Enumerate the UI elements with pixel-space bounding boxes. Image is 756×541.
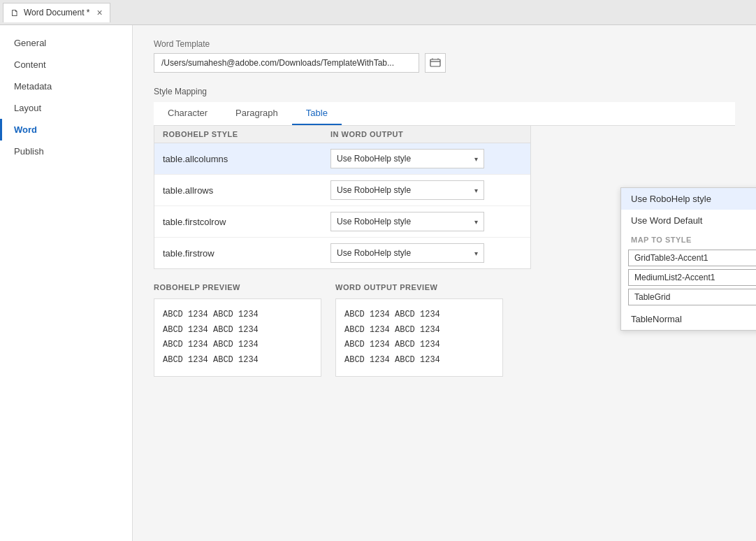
preview-line: ABCD 1234 ABCD 1234: [344, 353, 494, 368]
dropdown-value: Use RoboHelp style: [337, 185, 411, 195]
word-preview-label: WORD OUTPUT PREVIEW: [335, 283, 503, 291]
dropdown-option-tablenormal[interactable]: TableNormal: [621, 308, 756, 330]
preview-line: ABCD 1234 ABCD 1234: [344, 323, 494, 338]
output-dropdown-firstrow[interactable]: Use RoboHelp style ▾: [330, 243, 484, 263]
robohelp-preview-label: ROBOHELP PREVIEW: [154, 283, 321, 291]
preview-line: ABCD 1234 ABCD 1234: [344, 308, 494, 323]
dropdown-option-mediumlist2[interactable]: MediumList2-Accent1: [628, 269, 756, 286]
preview-line: ABCD 1234 ABCD 1234: [163, 338, 312, 353]
word-document-tab[interactable]: 🗋 Word Document * ×: [3, 3, 110, 22]
robohelp-preview-box: ABCD 1234 ABCD 1234 ABCD 1234 ABCD 1234 …: [154, 298, 321, 377]
dropdown-option-gridtable3[interactable]: GridTable3-Accent1: [628, 250, 756, 266]
robohelp-preview-text: ABCD 1234 ABCD 1234 ABCD 1234 ABCD 1234 …: [163, 308, 312, 368]
word-output-preview: WORD OUTPUT PREVIEW ABCD 1234 ABCD 1234 …: [335, 283, 503, 377]
doc-icon: 🗋: [10, 8, 20, 18]
chevron-down-icon: ▾: [474, 250, 478, 257]
table-row: table.firstcolrow Use RoboHelp style ▾: [154, 206, 530, 238]
preview-line: ABCD 1234 ABCD 1234: [163, 308, 312, 323]
dropdown-option-use-robohelp[interactable]: Use RoboHelp style: [621, 188, 756, 210]
tab-paragraph[interactable]: Paragraph: [221, 102, 292, 125]
word-output-cell: Use RoboHelp style ▾: [330, 180, 522, 200]
tab-label: Word Document *: [24, 8, 89, 17]
chevron-down-icon: ▾: [474, 187, 478, 194]
word-output-cell: Use RoboHelp style ▾: [330, 243, 522, 263]
column-header-word-output: IN WORD OUTPUT: [330, 130, 522, 138]
style-mapping-tabs: Character Paragraph Table: [154, 102, 735, 126]
table-row: table.firstrow Use RoboHelp style ▾: [154, 238, 530, 268]
preview-line: ABCD 1234 ABCD 1234: [163, 323, 312, 338]
tab-bar: 🗋 Word Document * ×: [0, 0, 756, 25]
output-dropdown-allcolumns[interactable]: Use RoboHelp style ▾: [330, 149, 484, 168]
table-row: table.allrows Use RoboHelp style ▾: [154, 175, 530, 206]
sidebar-item-layout[interactable]: Layout: [0, 97, 132, 119]
sidebar-item-publish[interactable]: Publish: [0, 140, 132, 162]
output-dropdown-firstcolrow[interactable]: Use RoboHelp style ▾: [330, 212, 484, 231]
tab-table[interactable]: Table: [292, 102, 342, 125]
output-dropdown-allrows[interactable]: Use RoboHelp style ▾: [330, 180, 484, 200]
robohelp-style-cell: table.allcolumns: [163, 154, 330, 164]
tab-character[interactable]: Character: [154, 102, 221, 125]
content-area: Word Template Style Mapping Character Pa…: [133, 25, 756, 541]
dropdown-option-tablegrid[interactable]: TableGrid: [628, 289, 756, 305]
word-preview-text: ABCD 1234 ABCD 1234 ABCD 1234 ABCD 1234 …: [344, 308, 494, 368]
template-row: [154, 53, 735, 73]
word-preview-box: ABCD 1234 ABCD 1234 ABCD 1234 ABCD 1234 …: [335, 298, 503, 377]
dropdown-value: Use RoboHelp style: [337, 248, 411, 258]
preview-line: ABCD 1234 ABCD 1234: [163, 353, 312, 368]
template-section-label: Word Template: [154, 39, 735, 49]
preview-line: ABCD 1234 ABCD 1234: [344, 338, 494, 353]
word-output-cell: Use RoboHelp style ▾: [330, 212, 522, 231]
chevron-down-icon: ▾: [474, 218, 478, 226]
tab-close-button[interactable]: ×: [96, 7, 102, 18]
style-mapping-label: Style Mapping: [154, 87, 735, 96]
column-header-robohelp: ROBOHELP STYLE: [163, 130, 330, 138]
output-dropdown-menu: Use RoboHelp style Use Word Default MAP …: [620, 187, 756, 331]
template-path-input[interactable]: [154, 53, 419, 73]
dropdown-option-use-word-default[interactable]: Use Word Default: [621, 210, 756, 231]
sidebar: General Content Metadata Layout Word Pub…: [0, 25, 133, 541]
mapping-table-header: ROBOHELP STYLE IN WORD OUTPUT: [154, 126, 530, 143]
dropdown-value: Use RoboHelp style: [337, 154, 411, 164]
dropdown-value: Use RoboHelp style: [337, 217, 411, 226]
word-output-cell: Use RoboHelp style ▾: [330, 149, 522, 168]
robohelp-style-cell: table.allrows: [163, 185, 330, 196]
sidebar-item-metadata[interactable]: Metadata: [0, 75, 132, 97]
sidebar-item-content[interactable]: Content: [0, 54, 132, 75]
table-row: table.allcolumns Use RoboHelp style ▾: [154, 143, 530, 175]
robohelp-preview: ROBOHELP PREVIEW ABCD 1234 ABCD 1234 ABC…: [154, 283, 321, 377]
robohelp-style-cell: table.firstcolrow: [163, 217, 330, 227]
sidebar-item-word[interactable]: Word: [0, 119, 132, 140]
chevron-down-icon: ▾: [474, 155, 478, 163]
svg-rect-0: [430, 59, 440, 66]
browse-icon: [430, 57, 441, 68]
browse-button[interactable]: [425, 53, 446, 73]
main-layout: General Content Metadata Layout Word Pub…: [0, 25, 756, 541]
map-to-style-label: MAP TO STYLE: [621, 231, 756, 247]
sidebar-item-general[interactable]: General: [0, 32, 132, 54]
mapping-table: ROBOHELP STYLE IN WORD OUTPUT table.allc…: [154, 126, 531, 269]
robohelp-style-cell: table.firstrow: [163, 248, 330, 259]
